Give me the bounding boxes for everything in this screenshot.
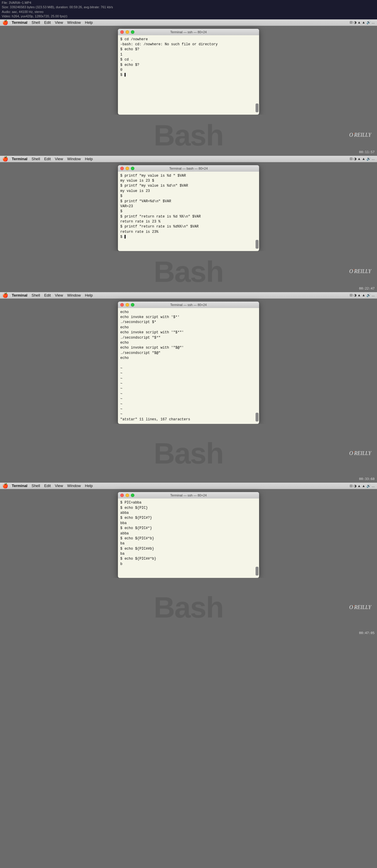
maximize-button-3[interactable] bbox=[131, 303, 135, 307]
terminal-content-3: echo echo invoke script with '$*' ./seco… bbox=[120, 310, 257, 423]
menu-view-2[interactable]: View bbox=[55, 157, 63, 161]
scrollbar-2[interactable] bbox=[256, 240, 259, 249]
section-wrapper-3: Terminal — ssh — 80×24 echo echo invoke … bbox=[0, 299, 377, 483]
section-wrapper-1: Terminal — ssh — 80×24 $ cd /nowhere -ba… bbox=[0, 26, 377, 156]
apple-menu-3[interactable]: 🍎 bbox=[2, 292, 8, 298]
section-wrapper-4: Terminal — ssh — 80×24 $ PIC=abba $ echo… bbox=[0, 489, 377, 637]
menu-window-2[interactable]: Window bbox=[67, 157, 81, 161]
terminal-titlebar-2: Terminal — bash — 80×24 bbox=[118, 165, 259, 172]
menubar-icons-2: ⊟ ◑ ▲ ▲ 🔊 ... bbox=[350, 157, 375, 161]
traffic-lights-3 bbox=[120, 303, 135, 307]
video-info-bar: File: 3VARIA~1.MP4 Size: 339246583 bytes… bbox=[0, 0, 377, 20]
terminal-body-1[interactable]: $ cd /nowhere -bash: cd: /nowhere: No su… bbox=[118, 35, 259, 115]
video-info-line2: Size: 339246583 bytes (323.53 MiB), dura… bbox=[2, 5, 375, 9]
timestamp-4: 00:47:05 bbox=[359, 631, 375, 635]
desktop-2: Bash O'REILLY 00:22:47 bbox=[0, 251, 377, 292]
traffic-lights-4 bbox=[120, 494, 135, 497]
terminal-window-1: Terminal — ssh — 80×24 $ cd /nowhere -ba… bbox=[118, 29, 259, 115]
terminal-body-4[interactable]: $ PIC=abba $ echo ${PIC} abba $ echo ${P… bbox=[118, 498, 259, 578]
menu-edit-2[interactable]: Edit bbox=[44, 157, 51, 161]
menubar-icons-4: ⊟ ◑ ▲ ▲ 🔊 ... bbox=[350, 484, 375, 488]
scrollbar-3[interactable] bbox=[256, 413, 259, 422]
oreilly-text-2: O'REILLY bbox=[349, 268, 371, 274]
terminal-titlebar-1: Terminal — ssh — 80×24 bbox=[118, 29, 259, 35]
oreilly-text-4: O'REILLY bbox=[349, 604, 371, 610]
menu-view-3[interactable]: View bbox=[55, 293, 63, 298]
minimize-button-1[interactable] bbox=[125, 30, 129, 34]
terminal-window-4: Terminal — ssh — 80×24 $ PIC=abba $ echo… bbox=[118, 492, 259, 578]
menu-view-4[interactable]: View bbox=[55, 484, 63, 488]
maximize-button-1[interactable] bbox=[131, 30, 135, 34]
menu-help-1[interactable]: Help bbox=[85, 20, 93, 25]
section-wrapper-2: Terminal — bash — 80×24 $ printf "my val… bbox=[0, 162, 377, 292]
traffic-lights-1 bbox=[120, 30, 135, 34]
menu-window-1[interactable]: Window bbox=[67, 20, 81, 25]
menubar-right-4: ⊟ ◑ ▲ ▲ 🔊 ... bbox=[350, 484, 375, 488]
minimize-button-4[interactable] bbox=[125, 494, 129, 497]
apple-menu-4[interactable]: 🍎 bbox=[2, 483, 8, 489]
apple-menu-2[interactable]: 🍎 bbox=[2, 156, 8, 162]
menu-view-1[interactable]: View bbox=[55, 20, 63, 25]
terminal-title-3: Terminal — ssh — 80×24 bbox=[170, 303, 207, 307]
oreilly-logo-1: O'REILLY bbox=[349, 132, 371, 138]
terminal-window-3: Terminal — ssh — 80×24 echo echo invoke … bbox=[118, 302, 259, 424]
desktop-1: Bash O'REILLY 00:11:57 bbox=[0, 115, 377, 156]
bash-watermark-4: Bash bbox=[154, 591, 224, 624]
section-4: 🍎 Terminal Shell Edit View Window Help ⊟… bbox=[0, 483, 377, 637]
oreilly-logo-4: O'REILLY bbox=[349, 604, 371, 611]
oreilly-logo-3: O'REILLY bbox=[349, 450, 371, 457]
menu-edit-4[interactable]: Edit bbox=[44, 484, 51, 488]
menu-edit-1[interactable]: Edit bbox=[44, 20, 51, 25]
minimize-button-2[interactable] bbox=[125, 167, 129, 170]
close-button-2[interactable] bbox=[120, 167, 124, 170]
terminal-title-4: Terminal — ssh — 80×24 bbox=[170, 494, 207, 497]
terminal-body-3[interactable]: echo echo invoke script with '$*' ./seco… bbox=[118, 308, 259, 424]
menu-edit-3[interactable]: Edit bbox=[44, 293, 51, 298]
scrollbar-4[interactable] bbox=[256, 567, 259, 576]
menu-terminal-1[interactable]: Terminal bbox=[12, 20, 27, 25]
menu-window-4[interactable]: Window bbox=[67, 484, 81, 488]
maximize-button-2[interactable] bbox=[131, 167, 135, 170]
menu-terminal-2[interactable]: Terminal bbox=[12, 157, 27, 161]
video-info-line3: Audio: aac, 44100 Hz, stereo bbox=[2, 10, 375, 14]
terminal-body-2[interactable]: $ printf "my value is %d " $VAR my value… bbox=[118, 172, 259, 251]
close-button-1[interactable] bbox=[120, 30, 124, 34]
menubar-right-2: ⊟ ◑ ▲ ▲ 🔊 ... bbox=[350, 157, 375, 161]
menu-help-3[interactable]: Help bbox=[85, 293, 93, 298]
maximize-button-4[interactable] bbox=[131, 494, 135, 497]
menu-shell-2[interactable]: Shell bbox=[31, 157, 40, 161]
minimize-button-3[interactable] bbox=[125, 303, 129, 307]
apple-menu[interactable]: 🍎 bbox=[2, 20, 8, 25]
scrollbar-1[interactable] bbox=[256, 103, 259, 112]
terminal-content-4: $ PIC=abba $ echo ${PIC} abba $ echo ${P… bbox=[120, 500, 257, 567]
terminal-title-1: Terminal — ssh — 80×24 bbox=[170, 30, 207, 34]
timestamp-3: 00:33:60 bbox=[359, 477, 375, 481]
oreilly-logo-2: O'REILLY bbox=[349, 268, 371, 275]
menubar-right-1: ⊟ ◑ ▲ ▲ 🔊 ... bbox=[350, 20, 375, 24]
menubar-4: 🍎 Terminal Shell Edit View Window Help ⊟… bbox=[0, 483, 377, 489]
terminal-titlebar-3: Terminal — ssh — 80×24 bbox=[118, 302, 259, 308]
section-2: 🍎 Terminal Shell Edit View Window Help ⊟… bbox=[0, 156, 377, 292]
terminal-titlebar-4: Terminal — ssh — 80×24 bbox=[118, 492, 259, 498]
terminal-content-2: $ printf "my value is %d " $VAR my value… bbox=[120, 174, 257, 240]
menu-help-2[interactable]: Help bbox=[85, 157, 93, 161]
video-info-line4: Video: h264, yuv420p, 1280x720, 25.00 fp… bbox=[2, 14, 375, 19]
menu-window-3[interactable]: Window bbox=[67, 293, 81, 298]
menu-shell-3[interactable]: Shell bbox=[31, 293, 40, 298]
menu-shell-1[interactable]: Shell bbox=[31, 20, 40, 25]
menu-terminal-4[interactable]: Terminal bbox=[12, 484, 27, 488]
menubar-icons-1: ⊟ ◑ ▲ ▲ 🔊 ... bbox=[350, 20, 375, 24]
section-3: 🍎 Terminal Shell Edit View Window Help ⊟… bbox=[0, 292, 377, 483]
menubar-icons-3: ⊟ ◑ ▲ ▲ 🔊 ... bbox=[350, 293, 375, 297]
menubar-2: 🍎 Terminal Shell Edit View Window Help ⊟… bbox=[0, 156, 377, 162]
traffic-lights-2 bbox=[120, 167, 135, 170]
video-info-line1: File: 3VARIA~1.MP4 bbox=[2, 1, 375, 5]
menu-shell-4[interactable]: Shell bbox=[31, 484, 40, 488]
menu-help-4[interactable]: Help bbox=[85, 484, 93, 488]
menubar-right-3: ⊟ ◑ ▲ ▲ 🔊 ... bbox=[350, 293, 375, 297]
close-button-3[interactable] bbox=[120, 303, 124, 307]
timestamp-2: 00:22:47 bbox=[359, 287, 375, 290]
menu-terminal-3[interactable]: Terminal bbox=[12, 293, 27, 298]
close-button-4[interactable] bbox=[120, 494, 124, 497]
menubar-1: 🍎 Terminal Shell Edit View Window Help ⊟… bbox=[0, 20, 377, 26]
